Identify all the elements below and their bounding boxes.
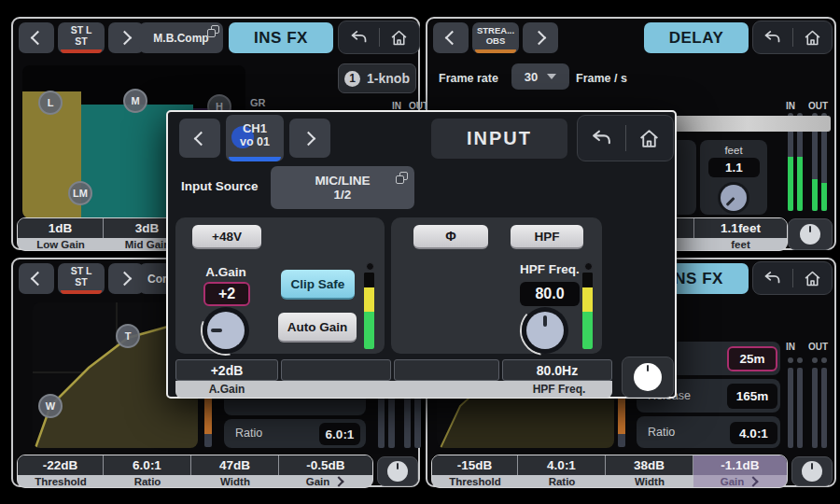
- param-cell-2[interactable]: [281, 359, 391, 381]
- one-knob-button[interactable]: 1 1-knob: [338, 63, 416, 93]
- param-cell-ratio[interactable]: 6.0:1: [104, 455, 191, 475]
- channel-name-2: ST: [75, 36, 87, 48]
- undo-icon[interactable]: [590, 127, 613, 150]
- knob-pointer: [725, 197, 735, 206]
- nav-box: [577, 115, 674, 161]
- band-lowmid-handle[interactable]: LM: [68, 181, 92, 205]
- param-bar-labels: A.Gain HPF Freq.: [175, 381, 612, 398]
- param-cell-threshold[interactable]: -22dB: [18, 455, 104, 475]
- input-source-button[interactable]: MIC/LINE 1/2: [271, 166, 414, 209]
- band-mid-handle[interactable]: M: [123, 89, 147, 113]
- ratio-field: Ratio 6.0:1: [224, 419, 366, 448]
- feet-label: feet: [700, 145, 767, 156]
- param-cell-feet[interactable]: 1.1feet: [694, 218, 787, 238]
- param-cell-gain[interactable]: -0.5dB: [279, 455, 372, 475]
- param-cell-width[interactable]: 47dB: [191, 455, 279, 475]
- auto-gain-button[interactable]: Auto Gain: [278, 313, 357, 343]
- meter-peak-dot: [788, 357, 793, 363]
- param-label: Ratio: [104, 475, 191, 488]
- out-label: OUT: [808, 101, 828, 111]
- in-meter-r: [797, 368, 803, 448]
- page-title-ins-fx[interactable]: INS FX: [229, 22, 333, 53]
- out-meter-r: [821, 368, 827, 448]
- frame-rate-value: 30: [525, 70, 538, 84]
- prev-channel-button[interactable]: [19, 22, 54, 53]
- knob-assign-button[interactable]: [791, 456, 833, 486]
- channel-name: ST L: [71, 266, 92, 277]
- width-handle[interactable]: W: [38, 394, 63, 418]
- channel-select-button[interactable]: STREA... OBS: [472, 22, 519, 53]
- param-bar: -15dB 4.0:1 38dB -1.1dB Threshold Ratio …: [431, 455, 788, 488]
- undo-icon[interactable]: [763, 269, 782, 288]
- hpf-section: Φ HPF HPF Freq. 80.0: [391, 217, 602, 354]
- phase-button[interactable]: Φ: [413, 225, 488, 249]
- param-cell-hpf-freq[interactable]: 80.0Hz: [502, 359, 612, 381]
- band-low-handle[interactable]: L: [38, 91, 63, 115]
- channel-select-button[interactable]: ST L ST: [58, 22, 105, 53]
- param-cell-width[interactable]: 38dB: [606, 455, 693, 475]
- channel-select-button[interactable]: CH1 vo 01: [226, 115, 284, 161]
- knob-icon: [800, 224, 820, 245]
- delay-feet-field: feet 1.1: [700, 140, 767, 215]
- ratio-value-box[interactable]: 6.0:1: [319, 423, 360, 445]
- ratio-value-box[interactable]: 4.0:1: [730, 422, 777, 444]
- library-button[interactable]: M.B.Comp: [139, 22, 223, 53]
- phantom-48v-button[interactable]: +48V: [192, 225, 261, 249]
- home-icon[interactable]: [803, 269, 822, 288]
- prev-channel-button[interactable]: [19, 263, 54, 294]
- hpf-button[interactable]: HPF: [511, 225, 583, 249]
- prev-channel-button[interactable]: [433, 22, 469, 53]
- frame-rate-dropdown[interactable]: 30: [511, 63, 569, 90]
- copy-icon: [396, 172, 408, 184]
- undo-icon[interactable]: [349, 28, 369, 48]
- knob-assign-button[interactable]: [622, 357, 674, 398]
- param-label: Low Gain: [18, 238, 104, 251]
- undo-icon[interactable]: [763, 28, 782, 48]
- param-label-gain: Gain: [693, 475, 787, 488]
- clip-safe-button[interactable]: Clip Safe: [281, 270, 355, 300]
- next-channel-button[interactable]: [523, 22, 558, 53]
- page-title-delay[interactable]: DELAY: [644, 22, 749, 53]
- home-icon[interactable]: [389, 28, 409, 48]
- channel-color-bar: [61, 49, 102, 53]
- divider: [792, 269, 793, 287]
- dropdown-caret-icon: [547, 74, 556, 79]
- param-cell-low-gain[interactable]: 1dB: [18, 218, 104, 238]
- param-cell-threshold[interactable]: -15dB: [432, 455, 518, 475]
- home-icon[interactable]: [637, 127, 661, 150]
- next-channel-button[interactable]: [289, 119, 330, 158]
- nav-box: [752, 261, 833, 295]
- param-label: feet: [694, 238, 787, 251]
- knob-assign-button[interactable]: [377, 456, 418, 486]
- meter-peak-dot: [812, 357, 818, 363]
- input-level-meter: [364, 273, 374, 349]
- threshold-handle[interactable]: T: [116, 324, 140, 348]
- release-value-box[interactable]: 165m: [727, 384, 777, 409]
- knob-icon: [387, 461, 408, 482]
- in-label: IN: [786, 101, 795, 111]
- feet-knob[interactable]: [721, 185, 747, 211]
- channel-name-2: ST: [75, 277, 87, 288]
- param-cell-gain-selected[interactable]: -1.1dB: [693, 455, 787, 475]
- chevron-left-icon: [31, 272, 46, 287]
- in-meter-l: [788, 121, 793, 211]
- divider: [379, 28, 380, 47]
- channel-name: STREA...: [477, 26, 514, 36]
- chevron-right-icon: [532, 31, 547, 46]
- prev-channel-button[interactable]: [179, 119, 220, 158]
- hpf-freq-knob[interactable]: [526, 312, 564, 349]
- channel-select-button[interactable]: ST L ST: [58, 263, 105, 294]
- again-knob[interactable]: [207, 312, 245, 349]
- gr-label: GR: [250, 97, 266, 108]
- attack-value-box[interactable]: 25m: [727, 346, 777, 371]
- param-cell-again[interactable]: +2dB: [175, 359, 278, 381]
- param-cell-3[interactable]: [394, 359, 499, 381]
- chevron-right-icon: [118, 31, 133, 46]
- channel-name: ST L: [71, 25, 92, 36]
- ratio-field: Ratio 4.0:1: [637, 416, 780, 448]
- feet-value-box[interactable]: 1.1: [708, 158, 760, 177]
- param-cell-ratio[interactable]: 4.0:1: [518, 455, 606, 475]
- param-label: Threshold: [18, 475, 104, 488]
- knob-assign-button[interactable]: [788, 218, 833, 250]
- home-icon[interactable]: [803, 28, 822, 48]
